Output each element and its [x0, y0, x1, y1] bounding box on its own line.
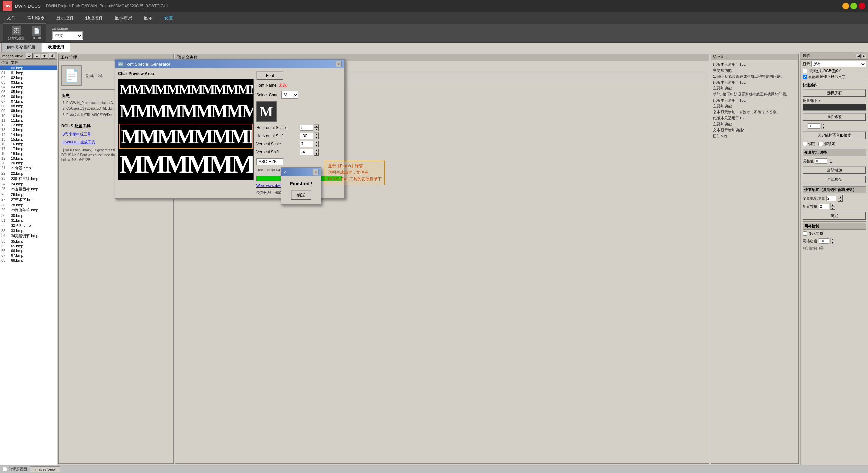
file-row[interactable]: 6565.bmp: [0, 244, 57, 248]
unlock-checkbox[interactable]: [818, 142, 823, 146]
file-row[interactable]: 0707.bmp: [0, 99, 57, 104]
font-select-button[interactable]: Font: [256, 71, 283, 80]
close-button[interactable]: [859, 3, 865, 9]
bg-view-check[interactable]: 分背景视图: [3, 467, 27, 472]
file-row[interactable]: 2525变量图标.bmp: [0, 186, 57, 192]
file-row[interactable]: 0101.bmp: [0, 70, 57, 75]
display-select[interactable]: 所有 已选: [811, 61, 866, 67]
file-row[interactable]: 3232动画.bmp: [0, 223, 57, 228]
peizhi-count-down-btn[interactable]: ▼: [830, 206, 835, 210]
select-char-dropdown[interactable]: M A B: [281, 91, 298, 99]
file-row[interactable]: 3131.bmp: [0, 218, 57, 223]
file-row[interactable]: 1010.bmp: [0, 113, 57, 118]
menu-display-control[interactable]: 显示控件: [51, 14, 79, 22]
v-shift-up-btn[interactable]: ▲: [314, 149, 319, 152]
file-row[interactable]: 6767.bmp: [0, 253, 57, 258]
images-view-up-btn[interactable]: ▲: [33, 53, 40, 59]
file-row[interactable]: 2121背景.bmp: [0, 165, 57, 171]
id-up-btn[interactable]: ▲: [821, 123, 826, 126]
h-shift-down-btn[interactable]: ▼: [314, 136, 319, 139]
images-view-tab[interactable]: Images View: [30, 466, 60, 472]
wangge-midu-up-btn[interactable]: ▲: [830, 238, 835, 241]
v-scale-up-btn[interactable]: ▲: [314, 141, 319, 144]
file-row[interactable]: 2727艺术字.bmp: [0, 197, 57, 203]
menu-display[interactable]: 显示: [138, 14, 158, 22]
show-text-checkbox[interactable]: [803, 75, 807, 79]
finished-confirm-button[interactable]: 确定: [291, 190, 311, 200]
file-row[interactable]: 1515.bmp: [0, 137, 57, 142]
language-dropdown[interactable]: 中文 English: [52, 32, 83, 39]
file-row[interactable]: 3333.bmp: [0, 228, 57, 233]
file-row[interactable]: 1212.bmp: [0, 123, 57, 127]
file-row[interactable]: 0505.bmp: [0, 89, 57, 94]
file-row[interactable]: 6868.bmp: [0, 258, 57, 263]
h-shift-up-btn[interactable]: ▲: [314, 132, 319, 136]
file-row[interactable]: 1818.bmp: [0, 151, 57, 156]
peizhi-confirm-button[interactable]: 确定: [803, 212, 866, 220]
file-row[interactable]: 0303.bmp: [0, 80, 57, 85]
attr-expand-btn[interactable]: ▶: [861, 54, 866, 58]
minimize-button[interactable]: [842, 3, 849, 9]
tab-touch-config[interactable]: 触控及变量配置: [1, 43, 41, 52]
file-row[interactable]: 1111.bmp: [0, 118, 57, 123]
file-row[interactable]: 2020.bmp: [0, 161, 57, 165]
attr-collapse-btn[interactable]: ◀: [856, 54, 861, 58]
images-view-refresh-btn[interactable]: ↺: [49, 53, 55, 59]
file-row[interactable]: 2424.bmp: [0, 182, 57, 186]
file-row[interactable]: 2222.bmp: [0, 171, 57, 176]
v-shift-input[interactable]: [300, 149, 313, 155]
finished-dialog-close-button[interactable]: ×: [313, 169, 319, 175]
quanbu-sub-button[interactable]: 全部减少: [803, 176, 866, 183]
tiaozheng-up-btn[interactable]: ▲: [829, 158, 833, 161]
id-input[interactable]: [808, 123, 820, 129]
file-row[interactable]: 2828.bmp: [0, 203, 57, 207]
file-row[interactable]: 0909.bmp: [0, 108, 57, 113]
v-shift-down-btn[interactable]: ▼: [314, 152, 319, 156]
h-scale-up-btn[interactable]: ▲: [314, 124, 319, 128]
menu-file[interactable]: 文件: [1, 14, 21, 22]
bianliang-add-down-btn[interactable]: ▼: [838, 198, 843, 202]
v-scale-down-btn[interactable]: ▼: [314, 144, 319, 147]
v-scale-input[interactable]: [300, 141, 313, 147]
menu-common[interactable]: 常用命令: [22, 14, 50, 22]
dgus-button[interactable]: 📄 DGU8: [29, 25, 43, 41]
file-row[interactable]: 2323图标平移.bmp: [0, 176, 57, 182]
file-row[interactable]: 1414.bmp: [0, 132, 57, 137]
show-wangge-checkbox[interactable]: [803, 231, 807, 236]
voice-id-button[interactable]: 选定触控语音ID修改: [803, 131, 866, 139]
file-row[interactable]: 6666.bmp: [0, 248, 57, 253]
bg-settings-button[interactable]: 🖼 分背景设置: [6, 25, 27, 41]
file-row[interactable]: 3535.bmp: [0, 239, 57, 244]
file-row[interactable]: 1919.bmp: [0, 156, 57, 161]
wangge-midu-input[interactable]: [819, 238, 829, 244]
images-view-settings-btn[interactable]: ⚙: [26, 53, 33, 59]
file-row[interactable]: 0808.bmp: [0, 104, 57, 108]
peizhi-count-input[interactable]: [819, 204, 829, 209]
bianliang-add-input[interactable]: [826, 196, 836, 201]
rgb-checkbox[interactable]: [803, 69, 807, 73]
tab-welcome[interactable]: 欢迎使用: [42, 43, 70, 52]
font-dialog-close-button[interactable]: ×: [336, 61, 342, 67]
file-row[interactable]: 1313.bmp: [0, 127, 57, 132]
tiaozheng-down-btn[interactable]: ▼: [829, 161, 833, 164]
file-row[interactable]: 2929弹出年单.bmp: [0, 207, 57, 213]
attr-modify-button[interactable]: 属性修改: [803, 113, 866, 121]
file-row[interactable]: 2626.bmp: [0, 192, 57, 197]
menu-touch-control[interactable]: 触控控件: [80, 14, 108, 22]
file-row[interactable]: 0404.bmp: [0, 85, 57, 89]
file-list[interactable]: 0000.bmp 0101.bmp 0202.bmp 0303.bmp 0404…: [0, 66, 57, 465]
images-view-down-btn[interactable]: ▼: [41, 53, 48, 59]
file-row[interactable]: 0000.bmp: [0, 66, 57, 70]
quanbu-add-button[interactable]: 全部增加: [803, 166, 866, 174]
peizhi-count-up-btn[interactable]: ▲: [830, 203, 835, 206]
wangge-midu-down-btn[interactable]: ▼: [830, 241, 835, 244]
maximize-button[interactable]: [850, 3, 857, 9]
file-row[interactable]: 1616.bmp: [0, 142, 57, 146]
lock-checkbox[interactable]: [803, 142, 807, 146]
menu-settings[interactable]: 设置: [159, 14, 178, 22]
id-down-btn[interactable]: ▼: [821, 126, 826, 129]
h-scale-input[interactable]: [300, 125, 313, 131]
file-row[interactable]: 0202.bmp: [0, 75, 57, 80]
h-shift-input[interactable]: [300, 133, 313, 139]
file-row[interactable]: 3030.bmp: [0, 213, 57, 218]
